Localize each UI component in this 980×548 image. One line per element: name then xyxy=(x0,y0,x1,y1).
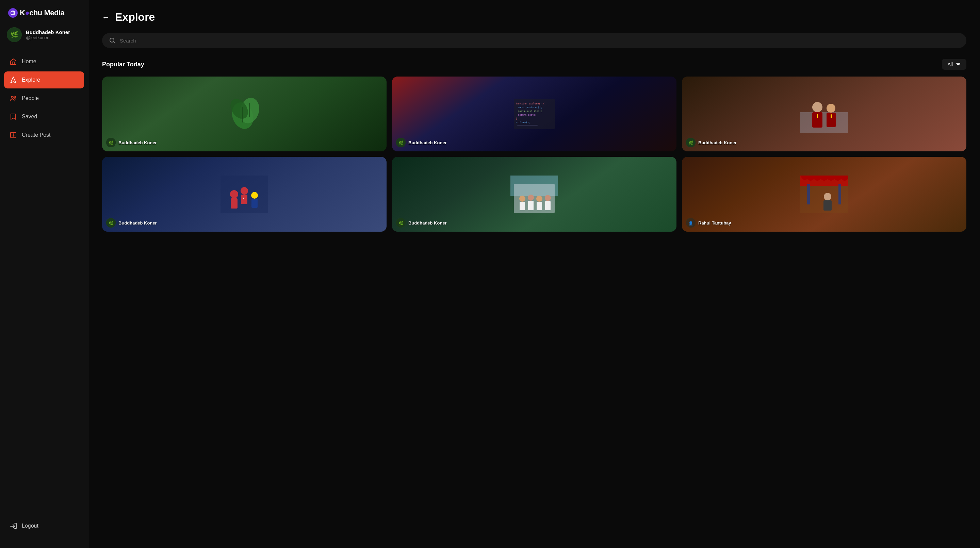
svg-point-1 xyxy=(11,11,14,14)
sidebar-item-people[interactable]: People xyxy=(4,90,84,107)
svg-rect-67 xyxy=(838,184,841,205)
post-author-2: 🌿 Buddhadeb Koner xyxy=(396,138,447,147)
svg-point-45 xyxy=(240,187,248,195)
svg-rect-69 xyxy=(824,200,832,211)
svg-point-60 xyxy=(545,195,551,201)
people-icon xyxy=(10,95,17,102)
svg-text:}: } xyxy=(516,118,517,120)
post-card-3[interactable]: 🌿 Buddhadeb Koner xyxy=(682,76,966,151)
user-name: Buddhadeb Koner xyxy=(26,29,70,35)
back-button[interactable]: ← xyxy=(102,13,110,22)
svg-rect-38 xyxy=(817,114,818,118)
svg-text:2: 2 xyxy=(243,197,244,200)
svg-text:return posts;: return posts; xyxy=(518,114,537,116)
svg-rect-44 xyxy=(231,198,237,208)
main-content: ← Explore Popular Today All xyxy=(89,0,980,548)
sidebar-item-create[interactable]: Create Post xyxy=(4,127,84,143)
svg-text:🌿: 🌿 xyxy=(688,140,694,145)
sidebar-item-home[interactable]: Home xyxy=(4,53,84,70)
svg-rect-66 xyxy=(807,184,810,205)
author-avatar-6: 👤 xyxy=(686,218,695,227)
svg-point-43 xyxy=(230,190,238,198)
create-icon xyxy=(10,131,17,139)
post-author-name-6: Rahul Tantubay xyxy=(698,221,731,226)
author-avatar-3: 🌿 xyxy=(686,138,695,147)
author-avatar-5: 🌿 xyxy=(396,218,406,227)
avatar: 🌿 xyxy=(7,27,22,42)
svg-rect-30 xyxy=(517,125,538,125)
svg-point-58 xyxy=(536,195,542,202)
post-author-6: 👤 Rahul Tantubay xyxy=(686,218,731,227)
author-avatar-1: 🌿 xyxy=(106,138,116,147)
svg-point-47 xyxy=(251,192,258,199)
post-card-4[interactable]: 2 🌿 Buddhadeb Koner xyxy=(102,157,387,232)
post-card-2[interactable]: function explore() { const posts = []; p… xyxy=(392,76,676,151)
page-header: ← Explore xyxy=(102,11,966,24)
post-author-name-5: Buddhadeb Koner xyxy=(408,221,447,226)
logout-label: Logout xyxy=(22,523,38,529)
user-profile: 🌿 Buddhadeb Koner @jeetkoner xyxy=(0,27,88,53)
explore-icon xyxy=(10,76,17,84)
filter-label: All xyxy=(947,62,953,67)
page-title: Explore xyxy=(115,11,155,24)
post-author-name-2: Buddhadeb Koner xyxy=(408,140,447,145)
svg-text:🌿: 🌿 xyxy=(108,221,114,226)
sidebar-item-create-label: Create Post xyxy=(22,132,50,138)
search-icon xyxy=(109,37,116,44)
section-header: Popular Today All xyxy=(102,59,966,70)
user-info: Buddhadeb Koner @jeetkoner xyxy=(26,29,70,40)
svg-marker-4 xyxy=(11,77,16,83)
search-bar xyxy=(102,33,966,48)
author-avatar-4: 🌿 xyxy=(106,218,116,227)
logo-text: K●chu Media xyxy=(20,8,64,17)
nav-menu: Home Explore People xyxy=(0,53,88,517)
search-input[interactable] xyxy=(120,38,959,43)
svg-rect-46 xyxy=(241,195,247,204)
post-card-5[interactable]: 🌿 Buddhadeb Koner xyxy=(392,157,676,232)
post-card-1[interactable]: 🌿 Buddhadeb Koner xyxy=(102,76,387,151)
logout-section: Logout xyxy=(0,517,88,540)
svg-text:🌿: 🌿 xyxy=(108,140,114,145)
post-author-4: 🌿 Buddhadeb Koner xyxy=(106,218,157,227)
svg-rect-33 xyxy=(800,112,848,133)
svg-text:🌿: 🌿 xyxy=(398,140,404,145)
post-author-name-1: Buddhadeb Koner xyxy=(118,140,157,145)
section-title: Popular Today xyxy=(102,61,144,68)
post-author-name-3: Buddhadeb Koner xyxy=(698,140,737,145)
svg-point-54 xyxy=(519,195,525,202)
sidebar-item-home-label: Home xyxy=(22,59,37,65)
svg-rect-61 xyxy=(545,201,550,210)
svg-rect-55 xyxy=(520,202,525,210)
svg-text:const posts = [];: const posts = []; xyxy=(518,106,542,109)
svg-rect-48 xyxy=(251,199,258,208)
svg-point-5 xyxy=(11,96,13,98)
svg-point-36 xyxy=(827,104,835,113)
svg-text:function explore() {: function explore() { xyxy=(516,102,544,105)
svg-text:👤: 👤 xyxy=(688,221,693,226)
saved-icon xyxy=(10,113,17,121)
user-handle: @jeetkoner xyxy=(26,35,70,40)
post-card-6[interactable]: 👤 Rahul Tantubay xyxy=(682,157,966,232)
author-avatar-2: 🌿 xyxy=(396,138,406,147)
sidebar-item-saved-label: Saved xyxy=(22,114,37,120)
logout-button[interactable]: Logout xyxy=(4,517,84,534)
svg-rect-57 xyxy=(528,201,533,210)
post-author-5: 🌿 Buddhadeb Koner xyxy=(396,218,447,227)
sidebar-item-people-label: People xyxy=(22,95,39,102)
logout-icon xyxy=(10,522,17,530)
post-author-1: 🌿 Buddhadeb Koner xyxy=(106,138,157,147)
sidebar-item-saved[interactable]: Saved xyxy=(4,108,84,125)
svg-rect-39 xyxy=(830,114,832,118)
home-icon xyxy=(10,58,17,65)
sidebar-item-explore-label: Explore xyxy=(22,77,40,83)
filter-button[interactable]: All xyxy=(942,59,966,70)
posts-grid: 🌿 Buddhadeb Koner function explore() { c… xyxy=(102,76,966,232)
svg-point-56 xyxy=(528,195,534,201)
svg-text:explore();: explore(); xyxy=(516,121,530,124)
svg-rect-59 xyxy=(537,202,542,210)
svg-text:🌿: 🌿 xyxy=(11,31,18,38)
sidebar-item-explore[interactable]: Explore xyxy=(4,71,84,89)
svg-point-6 xyxy=(14,96,16,98)
svg-line-12 xyxy=(114,42,115,43)
svg-point-68 xyxy=(824,193,831,200)
